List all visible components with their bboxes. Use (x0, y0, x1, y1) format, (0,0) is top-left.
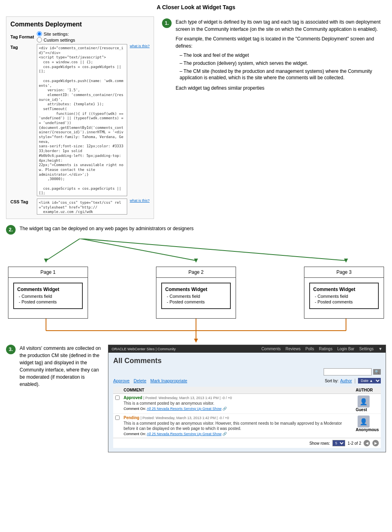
next-page-button[interactable]: ▶ (372, 440, 379, 446)
search-row: 🔍 (113, 368, 381, 375)
delete-action[interactable]: Delete (134, 378, 146, 383)
nav-polls[interactable]: Polls (306, 347, 314, 351)
nav-comments[interactable]: Comments (261, 347, 280, 351)
page3-header: Page 3 (304, 267, 384, 278)
tag-label: Tag (10, 44, 34, 50)
oracle-section: 3. All visitors' comments are collected … (6, 345, 386, 452)
step1-badge: 1. (162, 18, 172, 28)
row2-comment-on-link[interactable]: All 25 Nevada Resorts Serving Up Great S… (147, 432, 222, 436)
row1-avatar-container: 👤 (356, 395, 372, 408)
page3-widget-list: Comments field Posted comments (313, 294, 375, 304)
radio-custom-settings[interactable]: Custom settings (37, 37, 75, 42)
pipe-sep: | (354, 378, 356, 383)
row2-link-icon: 🔗 (222, 432, 227, 436)
page3-widget-title: Comments Widget (313, 287, 375, 292)
step1-bullets: The look and feel of the widget The prod… (176, 52, 386, 81)
page2-item-1: Comments field (167, 294, 227, 299)
step3-panel: 3. All visitors' comments are collected … (6, 345, 102, 452)
all-comments-title: All Comments (113, 357, 381, 365)
bullet-3: The CM site (hosted by the production an… (180, 68, 386, 82)
what-is-this-tag[interactable]: what is this? (130, 44, 150, 48)
step3-badge: 3. (6, 345, 16, 354)
row1-comment-on-label: Comment On: (124, 407, 146, 411)
step1-para1: Each type of widget is defined by its ow… (176, 18, 386, 33)
orange-arrow-svg (6, 319, 386, 343)
oracle-logo: ORACLE WebCenter Sites | Community (112, 347, 176, 351)
bullet-1: The look and feel of the widget (180, 52, 386, 59)
tag-format-label: Tag Format (10, 34, 34, 39)
row1-author-cell: 👤 Guest (354, 394, 381, 414)
nav-settings[interactable]: Settings (359, 347, 374, 351)
page2-widget-list: Comments field Posted comments (165, 294, 227, 304)
table-row: Approved | Posted: Wednesday, March 13, … (113, 394, 381, 414)
row1-text: This is a comment posted by an anonymous… (124, 401, 352, 406)
nav-reviews[interactable]: Reviews (286, 347, 301, 351)
sort-by-label: Sort by: (325, 379, 338, 383)
what-is-this-css[interactable]: what is this? (130, 199, 150, 203)
page2-widget: Comments Widget Comments field Posted co… (161, 283, 231, 309)
description-panel: 1. Each type of widget is defined by its… (162, 16, 386, 219)
sort-author[interactable]: Author (340, 379, 352, 383)
page3-item-1: Comments field (315, 294, 375, 299)
col-checkbox (113, 387, 122, 394)
nav-ratings[interactable]: Ratings (319, 347, 332, 351)
row1-avatar: 👤 (358, 395, 370, 408)
step2-badge: 2. (6, 225, 16, 235)
page3-widget: Comments Widget Comments field Posted co… (309, 283, 379, 309)
row1-status-meta: Approved | Posted: Wednesday, March 13, … (124, 395, 352, 400)
row2-avatar: 👤 (358, 416, 370, 428)
page3-content: Comments Widget Comments field Posted co… (304, 278, 384, 314)
radio-site-settings[interactable]: Site settings: (37, 31, 75, 36)
tag-row: Tag <div id="comments_container/{resourc… (10, 44, 150, 196)
avatar-icon: 👤 (360, 398, 368, 406)
step3-row: 3. All visitors' comments are collected … (6, 345, 102, 388)
page3-item-2: Posted comments (315, 299, 375, 304)
row1-link-icon: 🔗 (222, 407, 227, 411)
row2-author-name: Anonymous (356, 428, 379, 432)
step3-content: All visitors' comments are collected on … (20, 345, 102, 388)
svg-line-0 (46, 239, 80, 261)
row1-author-name: Guest (356, 408, 379, 412)
search-button[interactable]: 🔍 (373, 369, 381, 375)
prev-page-button[interactable]: ◀ (364, 440, 370, 446)
table-row: Pending | Posted: Wednesday, March 13, 2… (113, 414, 381, 438)
step2-content: The widget tag can be deployed on any we… (20, 225, 386, 232)
nav-login-bar[interactable]: Login Bar (337, 347, 354, 351)
row1-comment-on-link[interactable]: All 25 Nevada Resorts Serving Up Great S… (147, 407, 222, 411)
tag-code-textarea[interactable]: <div id="comments_container/{resource_id… (37, 44, 127, 196)
rows-per-page-select[interactable]: 5 (332, 440, 345, 446)
svg-line-2 (80, 239, 346, 261)
page1-header: Page 1 (8, 267, 88, 278)
css-tag-row: CSS Tag <link id="cos_css" type="text/cs… (10, 199, 150, 215)
tag-format-row: Tag Format Site settings: Custom setting… (10, 31, 150, 42)
step1-para3: Each widget tag defines similar properti… (176, 84, 386, 92)
col-comment-header: COMMENT (122, 387, 354, 394)
orange-arrow-container (6, 319, 386, 343)
show-rows-label: Show rows: (309, 441, 330, 446)
search-input[interactable] (324, 368, 372, 375)
nav-dropdown-icon[interactable]: ▼ (378, 347, 382, 351)
sort-date-select[interactable]: Date ▲ (358, 378, 381, 383)
row2-meta: | Posted: Wednesday, March 13, 2013 1:42… (140, 416, 229, 420)
comments-table: COMMENT AUTHOR Approved | Posted: We (113, 387, 381, 438)
deployment-panel: Comments Deployment Tag Format Site sett… (6, 16, 154, 219)
row2-checkbox[interactable] (115, 416, 120, 420)
page2-widget-title: Comments Widget (165, 287, 227, 292)
oracle-body: All Comments 🔍 Approve Delete Mark Inapp… (108, 353, 386, 452)
page2-header: Page 2 (156, 267, 236, 278)
bullet-2: The production (delivery) system, which … (180, 60, 386, 67)
svg-marker-3 (44, 259, 48, 263)
row1-meta: | Posted: Wednesday, March 13, 2013 1:41… (143, 396, 232, 400)
approve-action[interactable]: Approve (113, 378, 130, 383)
css-tag-textarea[interactable]: <link id="cos_css" type="text/css" rel="… (37, 199, 127, 215)
row1-comment-cell: Approved | Posted: Wednesday, March 13, … (122, 394, 354, 414)
row2-checkbox-cell (113, 414, 122, 438)
page2-content: Comments Widget Comments field Posted co… (156, 278, 236, 314)
row1-comment-on: Comment On: All 25 Nevada Resorts Servin… (124, 407, 352, 411)
row2-comment-on-label: Comment On: (124, 432, 146, 436)
step1-row: 1. Each type of widget is defined by its… (162, 18, 386, 94)
pages-section: Page 1 Comments Widget Comments field Po… (6, 267, 386, 319)
page1-item-2: Posted comments (19, 299, 79, 304)
mark-inappropriate-action[interactable]: Mark Inappropriate (150, 378, 187, 383)
row1-checkbox[interactable] (115, 395, 120, 400)
